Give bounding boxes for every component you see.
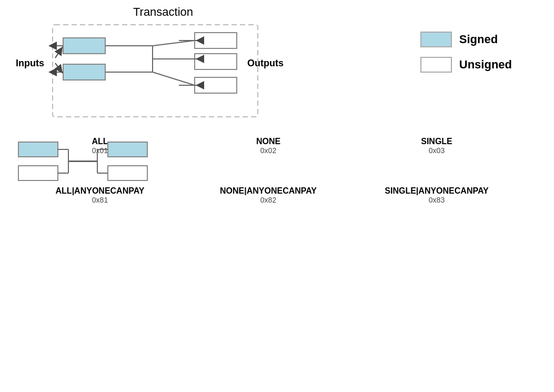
transaction-diagram: Inputs Outputs [16, 22, 268, 127]
sighash-cell: ALL|ANYONECANPAY0x81 [16, 186, 184, 209]
outputs-label: Outputs [247, 58, 284, 69]
sighash-cell: SINGLE0x03 [352, 137, 521, 160]
svg-rect-67 [18, 166, 58, 180]
sighash-row-2: ALL|ANYONECANPAY0x81NONE|ANYONECANPAY0x8… [16, 186, 531, 209]
sighash-name: NONE|ANYONECANPAY [220, 186, 317, 196]
sighash-name: ALL|ANYONECANPAY [56, 186, 145, 196]
sighash-hex: 0x82 [260, 196, 276, 204]
svg-rect-1 [63, 38, 105, 54]
svg-rect-34 [18, 166, 58, 180]
sighash-hex: 0x81 [92, 196, 108, 204]
svg-rect-2 [63, 64, 105, 80]
signed-box [420, 32, 452, 47]
svg-rect-5 [195, 77, 237, 93]
sighash-cell: ALL0x01 [16, 137, 184, 160]
svg-rect-23 [18, 166, 58, 180]
sighash-grid: ALL0x01NONE0x02SINGLE0x03 ALL|ANYONECANP… [16, 137, 531, 236]
svg-line-21 [55, 63, 63, 73]
sighash-cell: SINGLE|ANYONECANPAY0x83 [352, 186, 521, 209]
svg-rect-47 [108, 166, 147, 180]
svg-rect-22 [18, 142, 58, 157]
svg-rect-56 [18, 166, 58, 180]
svg-line-11 [153, 72, 195, 85]
sighash-hex: 0x03 [429, 146, 445, 155]
sighash-name: ALL [92, 137, 108, 146]
svg-rect-80 [108, 166, 147, 180]
sighash-name: SINGLE [421, 137, 452, 146]
inputs-label: Inputs [16, 58, 44, 69]
svg-line-20 [55, 47, 63, 58]
svg-rect-3 [195, 33, 237, 48]
svg-rect-58 [108, 166, 147, 180]
svg-rect-24 [108, 142, 147, 157]
svg-rect-0 [53, 25, 258, 117]
transaction-title: Transaction [58, 5, 268, 19]
sighash-name: NONE [256, 137, 280, 146]
svg-rect-45 [18, 166, 58, 180]
sighash-hex: 0x83 [429, 196, 445, 204]
legend: Signed Unsigned [420, 32, 512, 73]
svg-rect-36 [108, 166, 147, 180]
legend-unsigned: Unsigned [420, 57, 512, 73]
svg-rect-25 [108, 166, 147, 180]
unsigned-label: Unsigned [459, 58, 512, 72]
sighash-name: SINGLE|ANYONECANPAY [385, 186, 488, 196]
svg-rect-69 [108, 166, 147, 180]
legend-signed: Signed [420, 32, 512, 47]
sighash-hex: 0x02 [260, 146, 276, 155]
sighash-hex: 0x01 [92, 146, 108, 155]
svg-rect-78 [18, 166, 58, 180]
transaction-section: Transaction [16, 5, 268, 127]
sighash-row-1: ALL0x01NONE0x02SINGLE0x03 [16, 137, 531, 160]
svg-rect-4 [195, 54, 237, 69]
signed-label: Signed [459, 33, 498, 46]
sighash-cell: NONE|ANYONECANPAY0x82 [184, 186, 352, 209]
unsigned-box [420, 57, 452, 73]
svg-line-10 [153, 41, 195, 46]
sighash-cell: NONE0x02 [184, 137, 352, 160]
